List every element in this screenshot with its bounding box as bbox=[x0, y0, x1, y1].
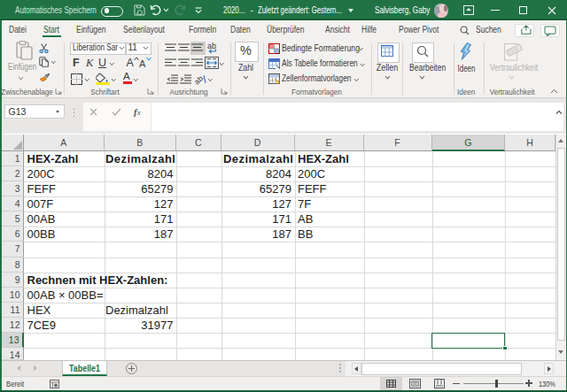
svg-text:ab: ab bbox=[207, 42, 216, 50]
svg-text:ab: ab bbox=[195, 74, 205, 85]
